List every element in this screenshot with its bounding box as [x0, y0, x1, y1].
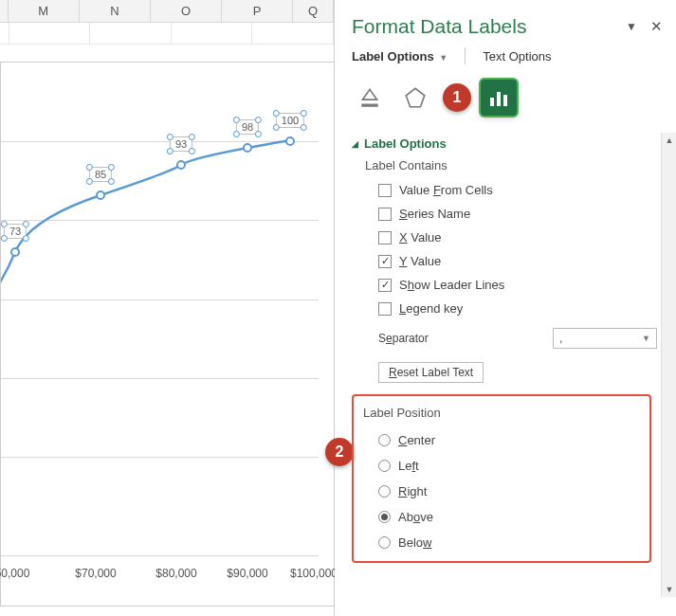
radio-label: Left [398, 459, 419, 473]
checkbox-x-value[interactable]: X Value [352, 226, 668, 249]
spreadsheet-area: M N O P Q [0, 0, 335, 616]
checkbox-label: X Value [399, 230, 442, 245]
checkbox-icon [378, 184, 392, 197]
radio-icon [378, 536, 391, 549]
section-title: Label Options [364, 136, 447, 151]
x-tick-label: 50,000 [0, 567, 29, 580]
svg-marker-1 [406, 88, 425, 107]
close-icon[interactable]: ✕ [650, 18, 663, 35]
radio-icon [378, 434, 391, 446]
tab-label: Label Options [352, 49, 434, 63]
radio-icon [378, 511, 391, 523]
plot-area: 73 85 93 98 [1, 63, 319, 555]
svg-rect-3 [497, 92, 501, 106]
checkbox-label: Value From Cells [399, 183, 493, 197]
checkbox-label: Series Name [399, 207, 470, 221]
data-label-text: 73 [9, 226, 21, 237]
checkbox-legend-key[interactable]: Legend key [352, 297, 668, 320]
radio-center[interactable]: Center [363, 427, 640, 453]
label-contains-heading: Label Contains [352, 156, 668, 178]
x-tick-label: $90,000 [227, 567, 267, 580]
radio-label: Center [398, 433, 435, 447]
label-position-heading: Label Position [363, 406, 640, 427]
svg-rect-4 [503, 95, 507, 106]
separator-value: , [559, 332, 562, 345]
checkbox-series-name[interactable]: Series Name [352, 202, 668, 226]
radio-above[interactable]: Above [363, 504, 640, 530]
radio-right[interactable]: Right [363, 479, 640, 504]
checkbox-label: Y Value [399, 254, 441, 268]
checkbox-icon [378, 208, 392, 221]
chevron-down-icon: ▼ [642, 334, 650, 343]
collapse-icon: ◢ [352, 139, 358, 149]
x-tick-label: $80,000 [155, 567, 196, 580]
pane-menu-caret-icon[interactable]: ▼ [626, 20, 637, 33]
pane-title: Format Data Labels [352, 15, 526, 38]
data-label-text: 93 [175, 138, 187, 150]
x-tick-label: $70,000 [75, 567, 116, 580]
data-point[interactable] [10, 247, 20, 257]
button-label: Reset Label Text [389, 366, 473, 379]
checkbox-leader-lines[interactable]: Show Leader Lines [352, 273, 668, 297]
checkbox-icon [378, 279, 392, 292]
data-label-text: 98 [242, 121, 253, 133]
radio-label: Below [398, 535, 431, 550]
radio-left[interactable]: Left [363, 453, 640, 479]
col-header[interactable]: M [9, 0, 80, 22]
checkbox-y-value[interactable]: Y Value [352, 249, 668, 273]
scrollbar[interactable]: ▲ ▼ [661, 133, 676, 597]
svg-rect-2 [490, 98, 494, 106]
radio-below[interactable]: Below [363, 530, 640, 555]
embedded-chart[interactable]: 73 85 93 98 [0, 62, 335, 607]
scroll-up-icon[interactable]: ▲ [662, 133, 676, 148]
label-position-group: Label Position Center Left Right Above [352, 394, 651, 563]
separator-label: Separator [378, 332, 429, 345]
data-label[interactable]: 85 [89, 167, 112, 182]
data-label-text: 85 [95, 169, 106, 180]
scroll-down-icon[interactable]: ▼ [662, 582, 676, 597]
section-label-options[interactable]: ◢ Label Options [352, 133, 668, 156]
reset-label-text-button[interactable]: Reset Label Text [378, 362, 484, 383]
data-label[interactable]: 73 [4, 224, 27, 239]
fill-line-icon[interactable] [352, 80, 388, 116]
checkbox-label: Legend key [399, 301, 463, 316]
data-label[interactable]: 100 [276, 113, 304, 128]
data-point[interactable] [96, 190, 105, 200]
radio-label: Right [398, 484, 427, 498]
format-pane: Format Data Labels ▼ ✕ Label Options ▼ T… [335, 0, 676, 616]
x-axis: 50,000 $70,000 $80,000 $90,000 $100,000 [1, 555, 328, 593]
data-point[interactable] [243, 143, 252, 153]
x-tick-label: $100,000 [290, 567, 338, 580]
checkbox-value-from-cells[interactable]: Value From Cells [352, 178, 668, 202]
checkbox-icon [378, 255, 392, 268]
data-label-text: 100 [282, 115, 299, 126]
chart-options-icon[interactable] [481, 80, 517, 116]
divider [465, 47, 466, 64]
data-label[interactable]: 93 [170, 136, 192, 152]
column-headers: M N O P Q [0, 0, 334, 23]
chevron-down-icon: ▼ [439, 53, 448, 63]
effects-icon[interactable] [397, 80, 433, 116]
tab-text-options[interactable]: Text Options [483, 49, 551, 63]
data-label[interactable]: 98 [236, 119, 259, 135]
separator-combo[interactable]: , ▼ [553, 328, 657, 349]
checkbox-icon [378, 231, 392, 245]
data-point[interactable] [285, 136, 295, 146]
col-header[interactable]: O [151, 0, 222, 22]
radio-label: Above [398, 510, 433, 524]
col-header[interactable]: P [222, 0, 293, 22]
svg-rect-0 [361, 104, 377, 107]
col-header[interactable]: N [80, 0, 151, 22]
callout-badge-1: 1 [443, 83, 471, 112]
radio-icon [378, 485, 391, 498]
col-header[interactable]: Q [293, 0, 334, 22]
checkbox-icon [378, 302, 392, 316]
radio-icon [378, 460, 391, 472]
tab-label-options[interactable]: Label Options ▼ [352, 49, 448, 63]
checkbox-label: Show Leader Lines [399, 278, 504, 292]
data-point[interactable] [176, 160, 186, 170]
callout-badge-2: 2 [325, 438, 354, 466]
